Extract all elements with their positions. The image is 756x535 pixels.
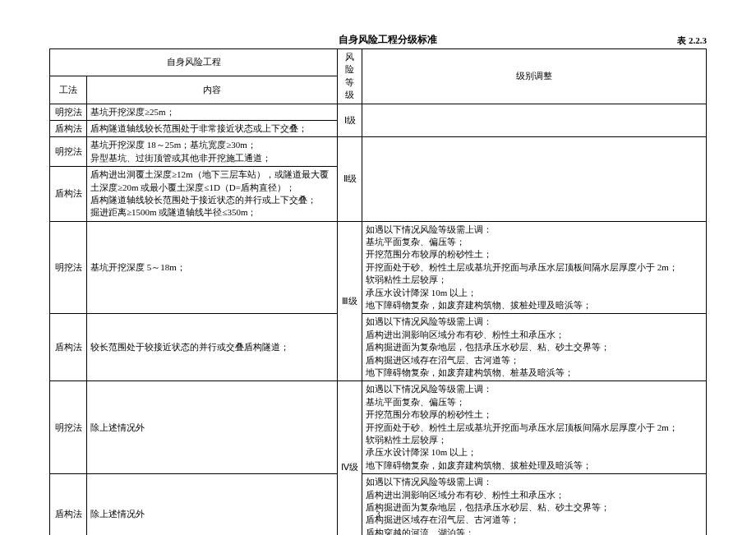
table-row: 明挖法 除上述情况外 Ⅳ级 如遇以下情况风险等级需上调： 基坑平面复杂、偏压等；… <box>50 381 707 474</box>
page-number: 3 <box>376 510 380 519</box>
header-row-1: 自身风险工程 风险等级 级别调整 <box>50 49 707 76</box>
level-cell: Ⅲ级 <box>338 221 362 381</box>
table-row: 明挖法 基坑开挖深度 5～18m； Ⅲ级 如遇以下情况风险等级需上调： 基坑平面… <box>50 221 707 314</box>
adjust-cell: 如遇以下情况风险等级需上调： 盾构进出洞影响区域分布有砂、粉性土和承压水； 盾构… <box>362 314 707 381</box>
method-cell: 盾构法 <box>50 474 87 535</box>
table-row: 明挖法 基坑开挖深度≥25m； Ⅰ级 <box>50 104 707 120</box>
method-cell: 明挖法 <box>50 137 87 167</box>
method-cell: 盾构法 <box>50 167 87 222</box>
method-cell: 明挖法 <box>50 381 87 474</box>
table-row: 盾构法 较长范围处于较接近状态的并行或交叠盾构隧道； 如遇以下情况风险等级需上调… <box>50 314 707 381</box>
method-cell: 盾构法 <box>50 314 87 381</box>
adjust-cell: 如遇以下情况风险等级需上调： 基坑平面复杂、偏压等； 开挖范围分布较厚的粉砂性土… <box>362 381 707 474</box>
content-cell: 盾构隧道轴线较长范围处于非常接近状态或上下交叠； <box>87 120 338 136</box>
level-cell: Ⅳ级 <box>338 381 362 535</box>
adjust-cell: 如遇以下情况风险等级需上调： 盾构进出洞影响区域分布有砂、粉性土和承压水； 盾构… <box>362 474 707 535</box>
content-cell: 除上述情况外 <box>87 381 338 474</box>
level-cell: Ⅰ级 <box>338 104 362 137</box>
header-method: 工法 <box>50 76 87 104</box>
content-cell: 较长范围处于较接近状态的并行或交叠盾构隧道； <box>87 314 338 381</box>
method-cell: 明挖法 <box>50 104 87 120</box>
content-cell: 基坑开挖深度 5～18m； <box>87 221 338 314</box>
adjust-cell <box>362 137 707 221</box>
content-cell: 基坑开挖深度 18～25m；基坑宽度≥30m； 异型基坑、过街顶管或其他非开挖施… <box>87 137 338 167</box>
header-adjust: 级别调整 <box>362 49 707 104</box>
method-cell: 明挖法 <box>50 221 87 314</box>
document-title: 自身风险工程分级标准 <box>74 33 702 47</box>
level-cell: Ⅱ级 <box>338 137 362 221</box>
adjust-cell <box>362 104 707 137</box>
method-cell: 盾构法 <box>50 120 87 136</box>
adjust-cell: 如遇以下情况风险等级需上调： 基坑平面复杂、偏压等； 开挖范围分布较厚的粉砂性土… <box>362 221 707 314</box>
header-project: 自身风险工程 <box>50 49 338 76</box>
risk-grading-table: 自身风险工程 风险等级 级别调整 工法 内容 明挖法 基坑开挖深度≥25m； Ⅰ… <box>49 48 707 535</box>
header-level: 风险等级 <box>338 49 362 104</box>
content-cell: 基坑开挖深度≥25m； <box>87 104 338 120</box>
content-cell: 盾构进出洞覆土深度≥12m（地下三层车站），或隧道最大覆土深度≥20m 或最小覆… <box>87 167 338 222</box>
table-row: 盾构法 除上述情况外 如遇以下情况风险等级需上调： 盾构进出洞影响区域分布有砂、… <box>50 474 707 535</box>
header-content: 内容 <box>87 76 338 104</box>
content-cell: 除上述情况外 <box>87 474 338 535</box>
table-row: 明挖法 基坑开挖深度 18～25m；基坑宽度≥30m； 异型基坑、过街顶管或其他… <box>50 137 707 167</box>
